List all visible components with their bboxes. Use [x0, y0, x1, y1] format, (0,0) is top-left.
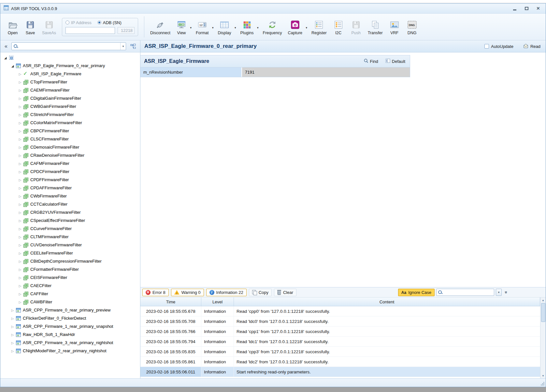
tree-expander-icon[interactable]: [10, 316, 15, 321]
log-row[interactable]: 2023-02-16 18:55:05.835 Information Read…: [140, 347, 540, 357]
display-dropdown-arrow-icon[interactable]: [235, 24, 236, 30]
tree-expander-icon[interactable]: [18, 112, 22, 117]
tree-expander-icon[interactable]: [18, 161, 22, 166]
tree-expander-icon[interactable]: [18, 80, 22, 85]
autoupdate-checkbox-group[interactable]: AutoUpdate: [484, 44, 513, 49]
tree-expander-icon[interactable]: [18, 234, 22, 240]
tree-structure-button[interactable]: [128, 42, 137, 51]
tree-item[interactable]: CPDFFirmwareFilter: [0, 176, 140, 184]
tree-search-input[interactable]: [20, 44, 119, 49]
address-input[interactable]: [65, 27, 115, 34]
tree-item[interactable]: CAFMFirmwareFilter: [0, 159, 140, 167]
tree-expander-icon[interactable]: [10, 324, 15, 329]
resize-grip[interactable]: [540, 382, 545, 386]
tree-expander-icon[interactable]: [10, 63, 15, 68]
vrf-button[interactable]: VRF: [386, 18, 403, 36]
tree-item[interactable]: CPDAFFirmwareFilter: [0, 184, 140, 192]
tree-item[interactable]: CPDCFirmwareFilter: [0, 167, 140, 176]
tree-expander-icon[interactable]: [18, 128, 22, 134]
tree-expander-icon[interactable]: [18, 210, 22, 215]
display-button[interactable]: Display: [215, 18, 237, 36]
dng-button[interactable]: DNG DNG: [404, 18, 421, 36]
tree-expander-icon[interactable]: [18, 218, 22, 223]
tree-expander-icon[interactable]: [18, 137, 22, 142]
tree-item[interactable]: CLTMFirmwareFilter: [0, 233, 140, 241]
log-search-input[interactable]: [444, 290, 493, 295]
tree-item[interactable]: CWBGainFirmwareFilter: [0, 102, 140, 110]
find-button[interactable]: Find: [363, 58, 379, 65]
tree-search-combobox[interactable]: [11, 42, 126, 50]
frequency-button[interactable]: Frequency: [260, 18, 285, 36]
tree-item[interactable]: CFlickerDetFilter_0_FlickerDetect: [0, 314, 140, 322]
tree-expander-icon[interactable]: [18, 71, 22, 77]
capture-dropdown-arrow-icon[interactable]: [306, 24, 308, 30]
copy-button[interactable]: Copy: [249, 289, 272, 296]
column-header-content[interactable]: Content: [234, 298, 540, 306]
scrollbar-thumb[interactable]: [541, 303, 545, 322]
transfer-button[interactable]: Transfer: [365, 18, 385, 36]
warning-filter-button[interactable]: Warning 0: [171, 289, 204, 296]
close-button[interactable]: [535, 6, 541, 11]
i2c-button[interactable]: I2C: [330, 18, 347, 36]
view-button[interactable]: View: [174, 18, 193, 36]
log-row[interactable]: 2023-02-16 18:55:05.766 Information Read…: [140, 327, 540, 337]
tree-item[interactable]: CFormatterFirmwareFilter: [0, 265, 140, 273]
tree-item[interactable]: [0, 53, 140, 62]
tree-expander-icon[interactable]: [18, 226, 22, 231]
tree-item[interactable]: ASR_ISP_Eagle_Firmware: [0, 70, 140, 78]
save-button[interactable]: Save: [22, 18, 39, 36]
capture-button[interactable]: Capture: [285, 18, 308, 36]
tree-expander-icon[interactable]: [18, 202, 22, 207]
plugins-dropdown-arrow-icon[interactable]: [257, 24, 259, 30]
view-dropdown-arrow-icon[interactable]: [190, 24, 192, 30]
format-button[interactable]: 12 Format: [193, 18, 215, 36]
tree-item[interactable]: Raw_HDR_Soft_1_RawHdr: [0, 330, 140, 339]
register-button[interactable]: Register: [309, 18, 329, 36]
tree-item[interactable]: CWbFirmwareFilter: [0, 192, 140, 200]
log-search-box[interactable]: [436, 289, 494, 296]
tree-expander-icon[interactable]: [18, 120, 22, 125]
tree-item[interactable]: ASR_CPP_Firmware_3_rear_primary_nightsho…: [0, 339, 140, 347]
log-row[interactable]: 2023-02-16 18:55:05.678 Information Read…: [140, 306, 540, 316]
scroll-down-arrow[interactable]: [541, 373, 546, 378]
tree-item[interactable]: CDigitalGainFirmwareFilter: [0, 94, 140, 102]
tree-expander-icon[interactable]: [18, 259, 22, 264]
tree-expander-icon[interactable]: [18, 283, 22, 288]
read-button[interactable]: Read: [522, 43, 542, 50]
tree-item[interactable]: CEISFirmwareFilter: [0, 273, 140, 282]
tree-item[interactable]: ASR_CPP_Firmware_0_rear_primary_preview: [0, 306, 140, 314]
tree-item[interactable]: CBPCFirmwareFilter: [0, 127, 140, 135]
tree-expander-icon[interactable]: [18, 153, 22, 158]
tree-expander-icon[interactable]: [18, 169, 22, 174]
tree-item[interactable]: CColorMatrixFirmwareFilter: [0, 119, 140, 127]
tree-item[interactable]: CRGB2YUVFirmwareFilter: [0, 208, 140, 216]
tree-expander-icon[interactable]: [18, 88, 22, 93]
tree-expander-icon[interactable]: [18, 275, 22, 280]
column-header-time[interactable]: Time: [140, 298, 201, 306]
tree-expander-icon[interactable]: [18, 267, 22, 272]
tree-item[interactable]: CUVDenoiseFirmwareFilter: [0, 241, 140, 249]
ignore-case-toggle[interactable]: Ignore Case: [398, 289, 435, 296]
disconnect-button[interactable]: Disconnect: [148, 18, 173, 36]
tree-item[interactable]: ASR_CPP_Firmware_1_rear_primary_snapshot: [0, 322, 140, 330]
collapse-log-chevron-icon[interactable]: [503, 289, 509, 295]
log-row[interactable]: 2023-02-16 18:55:06.011 Information Star…: [140, 367, 540, 377]
tree-expander-icon[interactable]: [18, 242, 22, 248]
tree-expander-icon[interactable]: [10, 340, 15, 345]
tree-item[interactable]: CAWBFilter: [0, 298, 140, 306]
tree-item[interactable]: CBitDepthCompressionFirmwareFilter: [0, 257, 140, 265]
tree-expander-icon[interactable]: [18, 96, 22, 101]
collapse-sidebar-button[interactable]: [3, 43, 9, 49]
tree-item[interactable]: CDemosaicFirmwareFilter: [0, 143, 140, 151]
tree-item[interactable]: CCTCalculatorFilter: [0, 200, 140, 208]
tree-item[interactable]: CAFFilter: [0, 290, 140, 298]
log-row[interactable]: 2023-02-16 18:55:05.794 Information Read…: [140, 337, 540, 347]
tree-expander-icon[interactable]: [18, 299, 22, 305]
open-button[interactable]: Open: [4, 18, 21, 36]
format-dropdown-arrow-icon[interactable]: [212, 24, 214, 30]
tree-item[interactable]: CSpecialEffectFirmwareFilter: [0, 216, 140, 225]
tree-expander-icon[interactable]: [18, 194, 22, 199]
default-button[interactable]: 1 Default: [384, 58, 406, 65]
tree-item[interactable]: CCurveFirmwareFilter: [0, 225, 140, 233]
tree-item[interactable]: CAEMFirmwareFilter: [0, 86, 140, 94]
